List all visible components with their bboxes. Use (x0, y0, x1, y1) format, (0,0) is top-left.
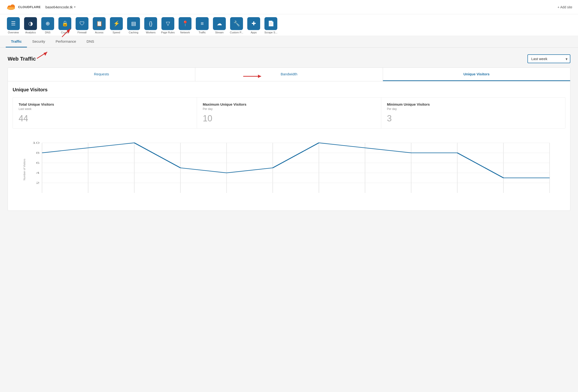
nav-icon-caching[interactable]: ▤Caching (126, 17, 141, 36)
stat-card-title: Maximum Unique Visitors (203, 102, 375, 106)
tab-requests[interactable]: Requests (8, 68, 195, 81)
tab-panel: RequestsBandwidthUnique Visitors Unique … (8, 67, 570, 211)
nav-icon-pagerules[interactable]: ▽Page Rules (160, 17, 176, 36)
nav-icon-analytics[interactable]: ◑Analytics (23, 17, 38, 36)
nav-icon-label-apps: Apps (251, 31, 257, 36)
nav-icon-label-crypto: Crypto (61, 31, 69, 36)
sub-nav-item-dns[interactable]: DNS (81, 36, 99, 48)
nav-icon-label-custompages: Custom P... (230, 31, 243, 36)
time-select-wrapper: Last 30 minutesLast 6 hoursLast 12 hours… (528, 54, 570, 63)
sub-nav-item-security[interactable]: Security (27, 36, 50, 48)
nav-icon-box-traffic: ≡ (196, 17, 209, 30)
visitors-chart: 246810 (24, 138, 562, 200)
cloudflare-logo-icon (6, 4, 16, 10)
top-bar: CLOUDFLARE base64encode.tk ▾ + Add site (0, 0, 578, 14)
nav-icon-label-pagerules: Page Rules (161, 31, 175, 36)
stats-area: Unique Visitors Total Unique Visitors La… (8, 81, 570, 210)
nav-icon-box-scrape: 📄 (264, 17, 277, 30)
stat-card-value: 44 (19, 113, 191, 124)
tab-unique_visitors[interactable]: Unique Visitors (383, 68, 570, 81)
logo-area: CLOUDFLARE (6, 4, 41, 10)
nav-icon-network[interactable]: 📍Network (177, 17, 193, 36)
nav-icon-label-stream: Stream (215, 31, 223, 36)
svg-text:4: 4 (36, 171, 40, 174)
sub-nav-item-traffic[interactable]: Traffic (6, 36, 27, 48)
unique-visitors-title: Unique Visitors (13, 87, 565, 93)
section-header: Web Traffic Last 30 minutesLast 6 hoursL… (8, 54, 570, 63)
main-content: Web Traffic Last 30 minutesLast 6 hoursL… (0, 48, 578, 392)
nav-icon-box-pagerules: ▽ (161, 17, 174, 30)
nav-icon-box-dns: ⊕ (41, 17, 54, 30)
nav-icon-label-speed: Speed (113, 31, 120, 36)
stat-card-value: 3 (387, 113, 559, 124)
stat-card-title: Total Unique Visitors (19, 102, 191, 106)
nav-icon-access[interactable]: 📋Access (92, 17, 107, 36)
nav-icon-label-analytics: Analytics (25, 31, 36, 36)
svg-text:10: 10 (32, 141, 40, 144)
tab-row: RequestsBandwidthUnique Visitors (8, 68, 570, 81)
nav-icon-box-access: 📋 (93, 17, 106, 30)
nav-icon-custompages[interactable]: 🔧Custom P... (229, 17, 244, 36)
nav-icon-speed[interactable]: ⚡Speed (109, 17, 124, 36)
nav-icon-box-firewall: 🛡 (76, 17, 89, 30)
nav-icon-box-speed: ⚡ (110, 17, 123, 30)
site-selector[interactable]: base64encode.tk ▾ (46, 5, 76, 9)
stat-card-value: 10 (203, 113, 375, 124)
nav-icons-bar: ☰Overview◑Analytics⊕DNS🔒Crypto🛡Firewall📋… (0, 14, 578, 36)
nav-icon-label-workers: Workers (146, 31, 156, 36)
nav-icon-firewall[interactable]: 🛡Firewall (74, 17, 90, 36)
nav-icon-box-overview: ☰ (7, 17, 20, 30)
nav-icon-overview[interactable]: ☰Overview (6, 17, 21, 36)
svg-text:2: 2 (36, 182, 40, 184)
nav-icon-box-stream: ☁ (213, 17, 226, 30)
nav-icon-scrape[interactable]: 📄Scrape S... (263, 17, 279, 36)
svg-text:6: 6 (36, 161, 40, 164)
top-bar-left: CLOUDFLARE base64encode.tk ▾ (6, 4, 76, 10)
cloudflare-wordmark: CLOUDFLARE (18, 5, 41, 9)
stat-card-minimum-unique-visitors: Minimum Unique Visitors Per day 3 (381, 98, 565, 128)
nav-icon-crypto[interactable]: 🔒Crypto (57, 17, 72, 36)
stat-card-title: Minimum Unique Visitors (387, 102, 559, 106)
nav-icon-workers[interactable]: {}Workers (143, 17, 158, 36)
nav-icon-label-scrape: Scrape S... (264, 31, 277, 36)
stat-card-maximum-unique-visitors: Maximum Unique Visitors Per day 10 (197, 98, 381, 128)
site-name: base64encode.tk (46, 5, 73, 9)
nav-icon-label-caching: Caching (129, 31, 138, 36)
add-site-button[interactable]: + Add site (558, 5, 572, 9)
nav-icon-label-firewall: Firewall (78, 31, 87, 36)
nav-icon-box-caching: ▤ (127, 17, 140, 30)
chart-y-label: Number of Visitors (23, 159, 26, 180)
section-title: Web Traffic (8, 56, 36, 62)
sub-nav: TrafficSecurityPerformanceDNS (0, 36, 578, 48)
stat-card-total-unique-visitors: Total Unique Visitors Last week 44 (13, 98, 197, 128)
nav-icons-list: ☰Overview◑Analytics⊕DNS🔒Crypto🛡Firewall📋… (6, 17, 572, 36)
stat-card-sub: Last week (19, 107, 191, 111)
stat-card-sub: Per day (203, 107, 375, 111)
nav-icon-box-custompages: 🔧 (230, 17, 243, 30)
nav-icon-label-dns: DNS (45, 31, 50, 36)
nav-icon-box-analytics: ◑ (24, 17, 37, 30)
nav-icon-label-access: Access (95, 31, 103, 36)
stats-cards: Total Unique Visitors Last week 44 Maxim… (13, 97, 565, 129)
nav-icon-stream[interactable]: ☁Stream (212, 17, 227, 36)
nav-icon-box-workers: {} (144, 17, 157, 30)
tab-bandwidth[interactable]: Bandwidth (195, 68, 383, 81)
nav-icon-label-overview: Overview (8, 31, 19, 36)
nav-icon-label-traffic: Traffic (199, 31, 206, 36)
nav-icon-label-network: Network (180, 31, 190, 36)
nav-icon-box-apps: ✚ (247, 17, 260, 30)
nav-icon-box-network: 📍 (179, 17, 192, 30)
nav-icon-dns[interactable]: ⊕DNS (40, 17, 55, 36)
chart-container: Number of Visitors 246810 (13, 134, 565, 205)
nav-icon-traffic[interactable]: ≡Traffic (194, 17, 210, 36)
nav-icon-box-crypto: 🔒 (58, 17, 71, 30)
svg-text:8: 8 (36, 151, 40, 154)
stat-card-sub: Per day (387, 107, 559, 111)
svg-point-3 (7, 7, 15, 9)
time-period-select[interactable]: Last 30 minutesLast 6 hoursLast 12 hours… (528, 54, 570, 63)
nav-icon-apps[interactable]: ✚Apps (246, 17, 261, 36)
site-selector-caret-icon: ▾ (74, 5, 76, 9)
sub-nav-item-performance[interactable]: Performance (50, 36, 81, 48)
